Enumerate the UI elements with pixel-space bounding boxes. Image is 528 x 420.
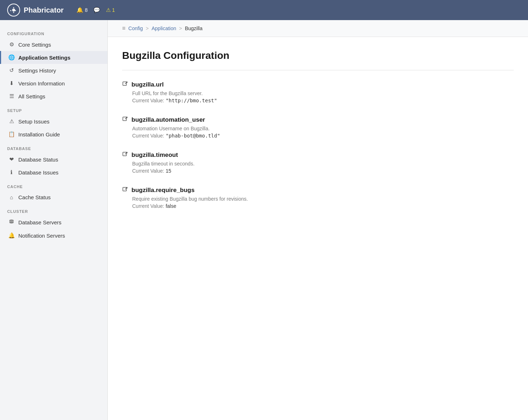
warning-icon: ⚠ xyxy=(8,118,15,125)
alert-icon: ⚠ xyxy=(106,7,111,13)
sidebar-section-setup: SETUP ⚠ Setup Issues 📋 Installation Guid… xyxy=(0,103,107,141)
setting-bugzilla-timeout: bugzilla.timeout Bugzilla timeout in sec… xyxy=(122,151,514,174)
sidebar-section-cluster: CLUSTER Database Servers 🔔 Notification … xyxy=(0,204,107,242)
setting-bugzilla-url: bugzilla.url Full URL for the Bugzilla s… xyxy=(122,81,514,103)
setting-value-timeout: Current Value: 15 xyxy=(132,168,514,174)
setting-name-automation-user: bugzilla.automation_user xyxy=(131,116,205,123)
setting-desc-automation-user: Automation Username on Bugzilla. xyxy=(132,126,514,131)
sidebar-item-setup-issues[interactable]: ⚠ Setup Issues xyxy=(0,115,107,128)
sidebar-item-cache-status[interactable]: ⌂ Cache Status xyxy=(0,191,107,204)
section-label-configuration: CONFIGURATION xyxy=(0,26,107,38)
setting-name-url: bugzilla.url xyxy=(131,81,164,88)
alerts-button[interactable]: ⚠ 1 xyxy=(106,7,115,13)
sidebar-item-installation-guide[interactable]: 📋 Installation Guide xyxy=(0,128,107,141)
setting-desc-timeout: Bugzilla timeout in seconds. xyxy=(132,161,514,167)
setting-value-automation-user: Current Value: "phab-bot@bmo.tld" xyxy=(132,133,514,139)
sidebar-item-database-issues[interactable]: ℹ Database Issues xyxy=(0,166,107,179)
breadcrumb-current: Bugzilla xyxy=(185,25,203,31)
setting-desc-require-bugs: Require existing Bugzilla bug numbers fo… xyxy=(132,196,514,202)
sidebar-item-core-settings[interactable]: ⚙ Core Settings xyxy=(0,38,107,51)
setting-value-url: Current Value: "http://bmo.test" xyxy=(132,98,514,103)
edit-icon-url[interactable] xyxy=(122,81,128,88)
history-icon: ↺ xyxy=(8,67,15,74)
info-icon: ℹ xyxy=(8,169,15,176)
breadcrumb-icon: ≡ xyxy=(122,25,125,32)
sidebar-item-notification-servers[interactable]: 🔔 Notification Servers xyxy=(0,229,107,242)
home-icon: ⌂ xyxy=(8,194,15,200)
logo-icon xyxy=(7,4,20,17)
notifications-button[interactable]: 🔔 8 xyxy=(77,7,88,13)
edit-icon-require-bugs[interactable] xyxy=(122,187,128,194)
breadcrumb-config[interactable]: Config xyxy=(128,25,143,31)
header-icons: 🔔 8 💬 ⚠ 1 xyxy=(77,7,115,13)
setting-header-automation-user: bugzilla.automation_user xyxy=(122,116,514,123)
sidebar-item-application-settings[interactable]: 🌐 Application Settings xyxy=(0,51,107,64)
main-content: ≡ Config > Application > Bugzilla Bugzil… xyxy=(108,20,528,420)
section-label-cache: CACHE xyxy=(0,179,107,191)
setting-header-url: bugzilla.url xyxy=(122,81,514,88)
page-title: Bugzilla Configuration xyxy=(122,50,514,61)
svg-rect-7 xyxy=(123,117,126,121)
sidebar-item-settings-history[interactable]: ↺ Settings History xyxy=(0,64,107,77)
sidebar-item-version-information[interactable]: ⬇ Version Information xyxy=(0,77,107,90)
sidebar-section-configuration: CONFIGURATION ⚙ Core Settings 🌐 Applicat… xyxy=(0,26,107,103)
setting-header-timeout: bugzilla.timeout xyxy=(122,151,514,159)
sidebar-section-database: DATABASE ❤ Database Status ℹ Database Is… xyxy=(0,141,107,179)
svg-point-5 xyxy=(9,222,14,224)
notification-icon: 🔔 xyxy=(8,232,15,239)
sidebar-item-database-servers[interactable]: Database Servers xyxy=(0,216,107,229)
edit-icon-timeout[interactable] xyxy=(122,151,128,159)
sidebar-section-cache: CACHE ⌂ Cache Status xyxy=(0,179,107,204)
bell-icon: 🔔 xyxy=(77,7,83,13)
svg-point-0 xyxy=(12,9,15,11)
sidebar-item-database-status[interactable]: ❤ Database Status xyxy=(0,153,107,166)
chat-icon: 💬 xyxy=(93,7,100,13)
svg-rect-6 xyxy=(123,82,126,85)
setting-header-require-bugs: bugzilla.require_bugs xyxy=(122,187,514,194)
setting-value-require-bugs-val: false xyxy=(166,203,176,209)
clipboard-icon: 📋 xyxy=(8,131,15,137)
messages-button[interactable]: 💬 xyxy=(93,7,100,13)
layout: CONFIGURATION ⚙ Core Settings 🌐 Applicat… xyxy=(0,20,528,420)
setting-value-automation-user-code: "phab-bot@bmo.tld" xyxy=(166,133,220,139)
section-label-database: DATABASE xyxy=(0,141,107,153)
setting-name-timeout: bugzilla.timeout xyxy=(131,151,178,159)
svg-rect-8 xyxy=(123,152,126,156)
section-label-cluster: CLUSTER xyxy=(0,204,107,216)
app-title: Phabricator xyxy=(24,6,64,14)
breadcrumb-application[interactable]: Application xyxy=(152,25,176,31)
breadcrumb-sep-2: > xyxy=(179,25,182,31)
setting-value-timeout-num: 15 xyxy=(166,168,171,174)
list-icon: ☰ xyxy=(8,93,15,99)
notification-count: 8 xyxy=(85,7,88,13)
download-icon: ⬇ xyxy=(8,80,15,87)
alert-count: 1 xyxy=(112,7,115,13)
breadcrumb: ≡ Config > Application > Bugzilla xyxy=(108,20,528,37)
globe-icon: 🌐 xyxy=(8,54,15,61)
setting-name-require-bugs: bugzilla.require_bugs xyxy=(131,187,195,194)
heart-icon: ❤ xyxy=(8,156,15,163)
logo[interactable]: Phabricator xyxy=(7,4,64,17)
sidebar: CONFIGURATION ⚙ Core Settings 🌐 Applicat… xyxy=(0,20,108,420)
setting-desc-url: Full URL for the Bugzilla server. xyxy=(132,90,514,96)
section-label-setup: SETUP xyxy=(0,103,107,115)
divider xyxy=(122,70,514,70)
gear-icon: ⚙ xyxy=(8,41,15,48)
sidebar-item-all-settings[interactable]: ☰ All Settings xyxy=(0,90,107,103)
svg-rect-9 xyxy=(123,187,126,191)
setting-value-require-bugs: Current Value: false xyxy=(132,203,514,209)
edit-icon-automation-user[interactable] xyxy=(122,116,128,123)
setting-bugzilla-automation-user: bugzilla.automation_user Automation User… xyxy=(122,116,514,139)
setting-value-url-code: "http://bmo.test" xyxy=(166,98,217,103)
header: Phabricator 🔔 8 💬 ⚠ 1 xyxy=(0,0,528,20)
page-content: Bugzilla Configuration bugzilla.url Full… xyxy=(108,37,528,235)
breadcrumb-sep-1: > xyxy=(146,25,149,31)
database-icon xyxy=(8,219,15,226)
setting-bugzilla-require-bugs: bugzilla.require_bugs Require existing B… xyxy=(122,187,514,209)
